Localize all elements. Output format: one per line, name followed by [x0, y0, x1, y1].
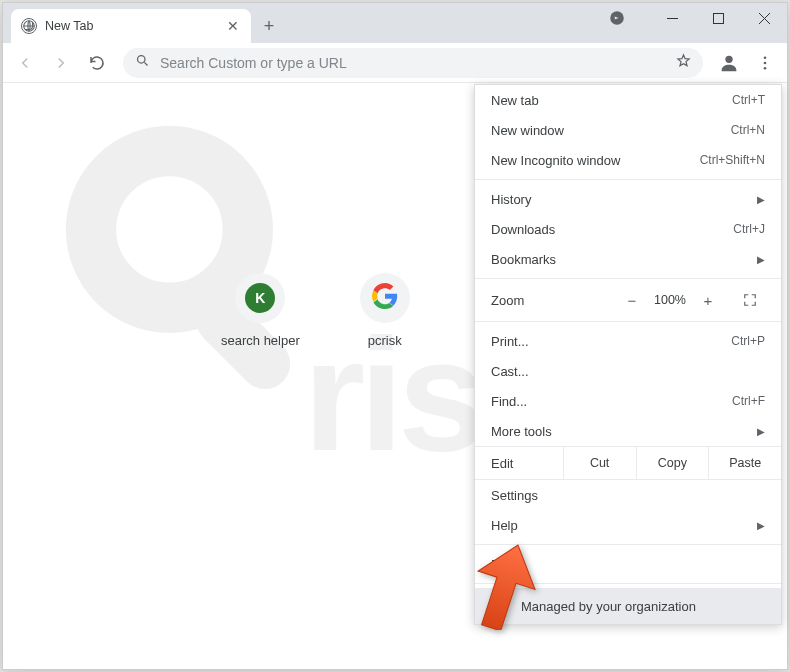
menu-cast[interactable]: Cast... [475, 356, 781, 386]
close-tab-button[interactable]: ✕ [225, 18, 241, 34]
tab-title: New Tab [45, 19, 217, 33]
maximize-button[interactable] [695, 3, 741, 33]
menu-find[interactable]: Find...Ctrl+F [475, 386, 781, 416]
shortcut-label: search helper [221, 333, 300, 348]
menu-zoom: Zoom − 100% + [475, 283, 781, 317]
menu-print[interactable]: Print...Ctrl+P [475, 326, 781, 356]
shortcut-label: pcrisk [368, 333, 402, 348]
shortcut-icon: K [235, 273, 285, 323]
chevron-right-icon: ▶ [757, 520, 765, 531]
svg-point-0 [24, 21, 35, 32]
chevron-right-icon: ▶ [757, 254, 765, 265]
window-controls [601, 3, 787, 43]
zoom-out-button[interactable]: − [617, 287, 647, 313]
toolbar: Search Custom or type a URL [3, 43, 787, 83]
svg-point-3 [138, 56, 146, 64]
menu-downloads[interactable]: DownloadsCtrl+J [475, 214, 781, 244]
reload-button[interactable] [81, 47, 113, 79]
globe-icon [21, 18, 37, 34]
shortcut-search-helper[interactable]: K search helper [221, 273, 300, 348]
chrome-menu-button[interactable] [749, 47, 781, 79]
titlebar: New Tab ✕ + [3, 3, 787, 43]
managed-label: Managed by your organization [521, 599, 696, 614]
menu-managed-by-org[interactable]: Managed by your organization [475, 588, 781, 624]
shortcut-pcrisk[interactable]: pcrisk [360, 273, 410, 348]
edit-copy-button[interactable]: Copy [636, 447, 709, 479]
ntp-shortcuts: K search helper pcrisk [221, 273, 410, 348]
menu-new-tab[interactable]: New tabCtrl+T [475, 85, 781, 115]
svg-point-4 [725, 55, 732, 62]
profile-button[interactable] [713, 47, 745, 79]
svg-point-6 [764, 61, 767, 64]
fullscreen-button[interactable] [735, 293, 765, 307]
svg-point-7 [764, 66, 767, 69]
forward-button[interactable] [45, 47, 77, 79]
building-icon [491, 597, 507, 616]
zoom-value: 100% [647, 293, 693, 307]
svg-point-5 [764, 56, 767, 59]
chevron-right-icon: ▶ [757, 194, 765, 205]
menu-settings[interactable]: Settings [475, 480, 781, 510]
menu-new-window[interactable]: New windowCtrl+N [475, 115, 781, 145]
minimize-button[interactable] [649, 3, 695, 33]
browser-tab[interactable]: New Tab ✕ [11, 9, 251, 43]
chevron-right-icon: ▶ [757, 426, 765, 437]
bookmark-star-icon[interactable] [676, 53, 691, 72]
menu-edit-row: Edit Cut Copy Paste [475, 446, 781, 480]
new-tab-button[interactable]: + [255, 12, 283, 40]
zoom-in-button[interactable]: + [693, 287, 723, 313]
back-button[interactable] [9, 47, 41, 79]
menu-help[interactable]: Help▶ [475, 510, 781, 540]
omnibox-placeholder: Search Custom or type a URL [160, 55, 666, 71]
edit-cut-button[interactable]: Cut [563, 447, 636, 479]
media-control-icon[interactable] [601, 3, 633, 33]
menu-new-incognito[interactable]: New Incognito windowCtrl+Shift+N [475, 145, 781, 175]
menu-bookmarks[interactable]: Bookmarks▶ [475, 244, 781, 274]
svg-rect-2 [713, 13, 723, 23]
menu-exit[interactable]: Exit [475, 549, 781, 579]
omnibox[interactable]: Search Custom or type a URL [123, 48, 703, 78]
search-icon [135, 53, 150, 72]
chrome-menu: New tabCtrl+T New windowCtrl+N New Incog… [474, 84, 782, 625]
shortcut-icon [360, 273, 410, 323]
menu-more-tools[interactable]: More tools▶ [475, 416, 781, 446]
menu-history[interactable]: History▶ [475, 184, 781, 214]
edit-paste-button[interactable]: Paste [708, 447, 781, 479]
close-window-button[interactable] [741, 3, 787, 33]
